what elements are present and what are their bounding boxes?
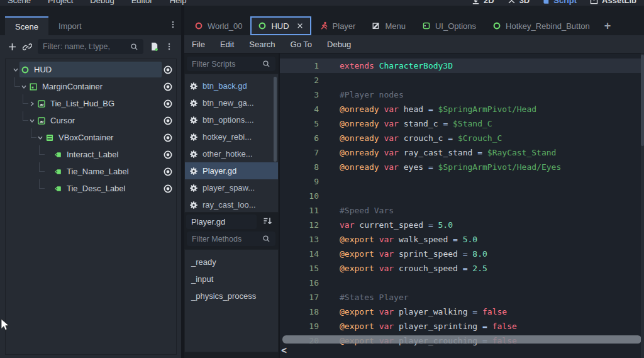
tree-item-tie-desc-label[interactable]: Tie_Desc_Label bbox=[6, 180, 176, 197]
line-number[interactable]: 19 bbox=[280, 319, 319, 333]
scene-tab-hotkey-rebind-button[interactable]: Hotkey_Rebind_Button bbox=[484, 16, 598, 35]
menu-item-scene[interactable]: Scene bbox=[8, 0, 31, 5]
current-script-path: Player.gd bbox=[186, 215, 257, 229]
script-menu-search[interactable]: Search bbox=[249, 40, 275, 49]
filter-methods-input[interactable]: Filter Methods bbox=[187, 232, 275, 246]
scripts-list-scrollbar[interactable] bbox=[274, 77, 277, 162]
code-line-text: @export var crouch_speed = 2.5 bbox=[319, 261, 487, 276]
line-number[interactable]: 7 bbox=[280, 145, 319, 160]
line-number[interactable]: 5 bbox=[280, 116, 319, 131]
vertical-scrollbar[interactable] bbox=[641, 53, 644, 358]
scene-tab-menu[interactable]: Menu bbox=[364, 16, 414, 35]
script-editor-menubar: FileEditSearchGo ToDebug bbox=[184, 35, 644, 53]
line-number[interactable]: 17 bbox=[280, 290, 319, 305]
tree-item-interact-label[interactable]: Interact_Label bbox=[6, 146, 176, 163]
line-number[interactable]: 14 bbox=[280, 247, 319, 261]
scene-tab-ui-options[interactable]: UI_Options bbox=[414, 16, 484, 35]
close-icon[interactable] bbox=[296, 22, 304, 30]
script-item-other-hotke[interactable]: other_hotke... bbox=[185, 145, 278, 162]
visibility-icon[interactable] bbox=[160, 150, 176, 160]
workspace-button-2d[interactable]: 2D bbox=[471, 0, 494, 5]
menu-item-project[interactable]: Project bbox=[48, 0, 73, 5]
visibility-icon[interactable] bbox=[160, 65, 176, 75]
menu-item-help[interactable]: Help bbox=[170, 0, 187, 5]
line-number[interactable]: 8 bbox=[280, 160, 319, 174]
script-item-ray-cast-loo[interactable]: ray_cast_loo... bbox=[185, 196, 278, 213]
chevron-down-icon[interactable] bbox=[35, 135, 45, 141]
script-item-player-gd[interactable]: Player.gd bbox=[185, 162, 278, 179]
line-number[interactable]: 9 bbox=[280, 174, 319, 189]
script-menu-go-to[interactable]: Go To bbox=[291, 40, 312, 49]
workspace-button-3d[interactable]: 3D bbox=[507, 0, 530, 5]
script-item-player-spaw[interactable]: player_spaw... bbox=[185, 179, 278, 196]
line-number[interactable]: 11 bbox=[280, 203, 319, 218]
attach-script-icon[interactable] bbox=[149, 42, 159, 52]
line-number[interactable]: 3 bbox=[280, 87, 319, 102]
chevron-down-icon[interactable] bbox=[19, 84, 29, 90]
visibility-icon[interactable] bbox=[160, 99, 176, 109]
chevron-down-icon[interactable] bbox=[27, 118, 37, 124]
code-line-7: 7@onready var ray_cast_stand = $RayCast_… bbox=[280, 145, 644, 160]
add-node-icon[interactable] bbox=[8, 42, 17, 52]
visibility-icon[interactable] bbox=[160, 82, 176, 92]
workspace-button-script[interactable]: Script bbox=[542, 0, 577, 5]
tree-item-vboxcontainer[interactable]: VBoxContainer bbox=[6, 129, 176, 146]
script-menu-edit[interactable]: Edit bbox=[220, 40, 234, 49]
method-item-input[interactable]: _input bbox=[185, 271, 278, 288]
code-line-17: 17#States Player bbox=[280, 290, 644, 305]
horizontal-scrollbar[interactable] bbox=[282, 335, 641, 344]
tree-item-margincontainer[interactable]: MarginContainer bbox=[6, 78, 176, 95]
visibility-icon[interactable] bbox=[160, 184, 176, 194]
chevron-down-icon[interactable] bbox=[11, 67, 21, 73]
scene-filter-input[interactable]: Filter: name, t:type, bbox=[38, 39, 143, 54]
visibility-icon[interactable] bbox=[160, 116, 176, 126]
line-number[interactable]: 12 bbox=[280, 218, 319, 232]
script-menu-file[interactable]: File bbox=[192, 40, 205, 49]
tree-item-tie-name-label[interactable]: Tie_Name_Label bbox=[6, 163, 176, 180]
scene-tab-world-00[interactable]: World_00 bbox=[186, 16, 250, 35]
line-number[interactable]: 13 bbox=[280, 232, 319, 247]
vertical-scrollbar-thumb[interactable] bbox=[641, 55, 644, 146]
workspace-button-label: 3D bbox=[519, 0, 530, 5]
line-number[interactable]: 16 bbox=[280, 276, 319, 290]
line-number[interactable]: 6 bbox=[280, 131, 319, 145]
menu-item-editor[interactable]: Editor bbox=[131, 0, 153, 5]
dock-tab-import[interactable]: Import bbox=[48, 16, 92, 35]
line-number[interactable]: 18 bbox=[280, 305, 319, 319]
tree-item-tie-list-hud-bg[interactable]: Tie_List_Hud_BG bbox=[6, 95, 176, 112]
instance-scene-icon[interactable] bbox=[23, 42, 32, 52]
scene-dock-kebab-icon[interactable] bbox=[165, 42, 174, 52]
script-item-btn-new-ga[interactable]: btn_new_ga... bbox=[185, 94, 278, 111]
script-item-btn-back-gd[interactable]: btn_back.gd bbox=[185, 77, 278, 94]
script-item-btn-options[interactable]: btn_options.... bbox=[185, 111, 278, 128]
tree-item-cursor[interactable]: Cursor bbox=[6, 112, 176, 129]
menu-item-debug[interactable]: Debug bbox=[90, 0, 114, 5]
method-item-physics-process[interactable]: _physics_process bbox=[185, 288, 278, 305]
margin-container-icon bbox=[29, 82, 40, 91]
visibility-icon[interactable] bbox=[160, 167, 176, 177]
scene-edit-icon bbox=[372, 21, 380, 30]
collapse-scripts-panel-button[interactable]: < bbox=[281, 345, 287, 356]
script-item-hotkey-rebi[interactable]: hotkey_rebi... bbox=[185, 128, 278, 145]
code-line-5: 5@onready var stand_c = $Stand_C bbox=[280, 116, 644, 131]
line-number[interactable]: 10 bbox=[280, 189, 319, 203]
scene-tab-hud[interactable]: HUD bbox=[250, 16, 311, 35]
visibility-icon[interactable] bbox=[160, 133, 176, 143]
code-editor[interactable]: < 1extends CharacterBody3D23#Player node… bbox=[280, 53, 644, 358]
new-scene-tab-button[interactable]: + bbox=[598, 20, 618, 33]
line-number[interactable]: 4 bbox=[280, 102, 319, 116]
scene-tab-player[interactable]: Player bbox=[311, 16, 364, 35]
chevron-right-icon[interactable] bbox=[27, 101, 37, 107]
line-number[interactable]: 15 bbox=[280, 261, 319, 276]
line-number[interactable]: 1 bbox=[280, 59, 319, 73]
method-item-ready[interactable]: _ready bbox=[185, 254, 278, 271]
sort-methods-icon[interactable] bbox=[262, 216, 272, 226]
workspace-button-assetlib[interactable]: AssetLib bbox=[589, 0, 636, 5]
script-menu-debug[interactable]: Debug bbox=[327, 40, 351, 49]
dock-menu-kebab-icon[interactable] bbox=[169, 20, 177, 30]
tree-item-hud[interactable]: HUD bbox=[6, 61, 176, 78]
filter-scripts-input[interactable]: Filter Scripts bbox=[187, 57, 275, 71]
line-number[interactable]: 2 bbox=[280, 73, 319, 87]
dock-tab-scene[interactable]: Scene bbox=[5, 16, 48, 35]
code-line-text: #Player nodes bbox=[319, 87, 404, 102]
